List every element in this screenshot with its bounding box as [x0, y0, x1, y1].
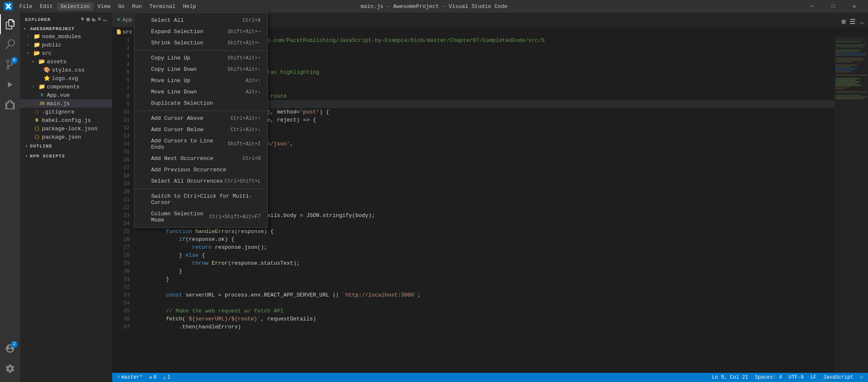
menu-view[interactable]: View	[94, 3, 114, 10]
tree-label: package-lock.json	[42, 126, 112, 132]
code-line: } else {	[140, 251, 835, 259]
dropdown-item-next-occurrence[interactable]: Add Next Occurrence Ctrl+D	[134, 153, 267, 164]
more-actions-icon[interactable]: …	[103, 16, 107, 23]
code-line: fetch(`${serverURL}/${route}`, requestDe…	[140, 315, 835, 323]
new-file-icon[interactable]: +	[81, 16, 85, 23]
activity-run[interactable]	[0, 75, 20, 95]
window-controls: ─ □ ✕	[803, 0, 864, 13]
tree-components[interactable]: › 📁 components	[20, 83, 112, 91]
status-bar: ⑂ master* ✕ 0 ⚠ 1 Ln 9, Col 21 Spaces: 4	[112, 373, 868, 382]
code-line: const serverURL = process.env.REACT_APP_…	[140, 291, 835, 299]
title-bar: File Edit Selection View Go Run Terminal…	[0, 0, 868, 13]
tree-label: src	[42, 50, 112, 57]
tree-babel-config[interactable]: B babel.config.js	[20, 116, 112, 124]
json-file-icon: {}	[33, 134, 40, 140]
tree-src[interactable]: ▾ 📂 src	[20, 49, 112, 57]
language-status[interactable]: JavaScript	[822, 373, 855, 382]
main-layout: 6 2	[0, 13, 868, 382]
tree-package-lock[interactable]: {} package-lock.json	[20, 124, 112, 133]
tree-main-js[interactable]: JS main.js	[20, 99, 112, 108]
close-button[interactable]: ✕	[845, 0, 864, 13]
vue-file-icon: V	[39, 92, 45, 98]
minimap	[835, 36, 868, 373]
dropdown-item-shrink[interactable]: Shrink Selection Shift+Alt+←	[134, 37, 267, 49]
tree-package-json[interactable]: {} package.json	[20, 133, 112, 141]
dropdown-item-switch-multi[interactable]: Switch to Ctrl+Click for Multi-Cursor	[134, 191, 267, 208]
window-title: main.js - AwesomeProject - Visual Studio…	[360, 3, 507, 10]
dropdown-item-select-all-occurrences[interactable]: Select All Occurrences Ctrl+Shift+L	[134, 176, 267, 187]
line-ending-status[interactable]: LF	[809, 373, 818, 382]
warning-status[interactable]: ⚠ 1	[162, 373, 172, 382]
title-bar-left: File Edit Selection View Go Run Terminal…	[4, 2, 200, 10]
minimize-button[interactable]: ─	[803, 0, 822, 13]
section-label: NPM SCRIPTS	[30, 154, 65, 159]
encoding-status[interactable]: UTF-8	[787, 373, 805, 382]
cursor-position[interactable]: Ln 9, Col 21	[710, 373, 750, 382]
tree-label: babel.config.js	[42, 117, 112, 124]
menu-edit[interactable]: Edit	[36, 3, 56, 10]
tree-gitignore[interactable]: ⬡ .gitignore	[20, 108, 112, 116]
activity-search[interactable]	[0, 34, 20, 54]
dropdown-item-cursor-line-ends[interactable]: Add Cursors to Line Ends Shift+Alt+I	[134, 135, 267, 153]
sidebar: EXPLORER + ⊕ ↻ ≡ … ▾ AWESOMEPROJECT › 📁 …	[20, 13, 112, 382]
error-status[interactable]: ✕ 0	[147, 373, 158, 382]
breadcrumb-src[interactable]: src	[116, 29, 132, 35]
dropdown-item-copy-up[interactable]: Copy Line Up Shift+Alt+↑	[134, 52, 267, 64]
tree-project-root[interactable]: ▾ AWESOMEPROJECT	[20, 26, 112, 32]
more-actions-tab-icon[interactable]: …	[859, 17, 865, 26]
tree-public[interactable]: › 📁 public	[20, 41, 112, 49]
menu-run[interactable]: Run	[128, 3, 145, 10]
code-line: .then(handleErrors)	[140, 323, 835, 331]
activity-extensions[interactable]	[0, 95, 20, 115]
tree-app-vue[interactable]: V App.vue	[20, 91, 112, 99]
activity-source-control[interactable]: 6	[0, 54, 20, 75]
tree-label: assets	[47, 59, 112, 65]
new-folder-icon[interactable]: ⊕	[86, 16, 90, 23]
activity-explorer[interactable]	[0, 14, 20, 34]
warning-count: 1	[167, 374, 170, 380]
dropdown-item-move-up[interactable]: Move Line Up Alt+↑	[134, 75, 267, 86]
warning-icon: ⚠	[163, 374, 166, 381]
menu-go[interactable]: Go	[115, 3, 128, 10]
indentation-status[interactable]: Spaces: 4	[753, 373, 784, 382]
tree-label: node_modules	[42, 34, 112, 40]
menu-help[interactable]: Help	[180, 3, 199, 10]
toggle-panel-icon[interactable]: ☰	[849, 17, 856, 27]
dropdown-item-cursor-above[interactable]: Add Cursor Above Ctrl+Alt+↑	[134, 113, 267, 124]
tree-label: components	[47, 84, 112, 90]
feedback-icon[interactable]: ☺	[858, 373, 865, 382]
dropdown-item-move-down[interactable]: Move Line Down Alt+↓	[134, 86, 267, 98]
status-left: ⑂ master* ✕ 0 ⚠ 1	[116, 373, 172, 382]
menu-file[interactable]: File	[16, 3, 36, 10]
tree-logo-svg[interactable]: ⭐ logo.svg	[20, 74, 112, 83]
dropdown-item-cursor-below[interactable]: Add Cursor Below Ctrl+Alt+↓	[134, 124, 267, 135]
activity-settings[interactable]	[0, 359, 20, 379]
folder-icon: 📁	[33, 41, 40, 48]
dropdown-item-expand[interactable]: Expand Selection Shift+Alt+→	[134, 26, 267, 37]
tree-assets[interactable]: ▾ 📂 assets	[20, 57, 112, 66]
dropdown-item-column-mode[interactable]: Column Selection Mode Ctrl+Shift+Alt+F7	[134, 208, 267, 226]
menu-selection[interactable]: Selection	[57, 3, 93, 10]
project-label: AWESOMEPROJECT	[30, 26, 112, 31]
tree-node_modules[interactable]: › 📁 node_modules	[20, 32, 112, 41]
menu-terminal[interactable]: Terminal	[146, 3, 179, 10]
separator-3	[134, 188, 267, 189]
dropdown-item-prev-occurrence[interactable]: Add Previous Occurrence	[134, 164, 267, 176]
tree-styles-css[interactable]: 🎨 styles.css	[20, 66, 112, 74]
npm-scripts-section[interactable]: › NPM SCRIPTS	[20, 151, 112, 161]
outline-section[interactable]: › OUTLINE	[20, 141, 112, 151]
collapse-icon[interactable]: ≡	[98, 16, 101, 23]
dropdown-item-duplicate[interactable]: Duplicate Selection	[134, 98, 267, 109]
vue-tab-icon: V	[117, 17, 120, 22]
status-right: Ln 9, Col 21 Spaces: 4 UTF-8 LF JavaScri…	[710, 373, 865, 382]
activity-accounts[interactable]: 2	[0, 338, 20, 359]
tree-arrow: ▾	[32, 59, 39, 64]
split-editor-icon[interactable]: ⊞	[841, 17, 847, 27]
code-line	[140, 283, 835, 291]
refresh-icon[interactable]: ↻	[92, 16, 96, 23]
maximize-button[interactable]: □	[824, 0, 843, 13]
error-icon: ✕	[149, 374, 152, 381]
dropdown-item-copy-down[interactable]: Copy Line Down Shift+Alt+↓	[134, 64, 267, 75]
dropdown-item-select-all[interactable]: Select All Ctrl+A	[134, 15, 267, 26]
git-branch-status[interactable]: ⑂ master*	[116, 373, 144, 382]
